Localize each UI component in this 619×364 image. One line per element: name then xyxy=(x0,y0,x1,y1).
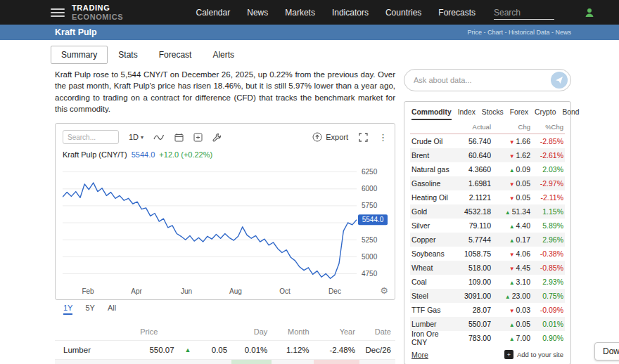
nav-search-input[interactable] xyxy=(494,6,554,20)
add-to-site-button[interactable]: + Add to your site xyxy=(504,350,563,359)
chart-type-icon[interactable] xyxy=(153,133,165,141)
user-icon[interactable] xyxy=(584,7,595,18)
percent-change: -0.38% xyxy=(530,249,563,258)
month-cell: -0.05% xyxy=(272,360,313,364)
change-number: 4.45 xyxy=(516,264,530,272)
chart-settings-gear-icon[interactable]: ⚙ xyxy=(380,285,388,296)
triangle-down-icon: ▼ xyxy=(509,195,515,202)
column-header-actual: Actual xyxy=(456,123,491,131)
current-price-badge-text: 5544.0 xyxy=(362,216,384,224)
tools-icon[interactable] xyxy=(212,133,222,142)
summary-text: Kraft Pulp rose to 5,544 CNY/T on Decemb… xyxy=(55,69,395,115)
chart-current-value: 5544.0 xyxy=(132,150,155,159)
tab-stats[interactable]: Stats xyxy=(108,46,148,64)
market-name-link[interactable]: Silver xyxy=(411,221,456,230)
chart-toolbar-right: Export ⋮ xyxy=(312,132,388,142)
export-label: Export xyxy=(326,133,348,141)
logo-line-2: ECONOMICS xyxy=(72,13,123,22)
market-name-link[interactable]: Crude Oil xyxy=(411,137,456,145)
col-header-month: Month xyxy=(272,323,313,341)
actual-value: 1058.75 xyxy=(456,249,491,258)
market-name-link[interactable]: Heating Oil xyxy=(411,193,456,202)
percent-change: 2.93% xyxy=(530,278,563,286)
right-column: CommodityIndexStocksForexCryptoBond Actu… xyxy=(404,67,571,364)
market-name-link[interactable]: Gasoline xyxy=(411,179,456,188)
ask-data-input[interactable] xyxy=(414,76,551,84)
change-cell: 0.05 xyxy=(197,341,231,360)
market-row-heating-oil: Heating Oil2.1121▼0.05-2.11% xyxy=(410,190,565,204)
triangle-up-icon: ▲ xyxy=(505,209,511,216)
download-button[interactable]: Down xyxy=(594,342,619,360)
interval-label: 1D xyxy=(129,133,139,141)
y-axis-label: 5250 xyxy=(362,236,378,244)
percent-change: -2.85% xyxy=(530,137,563,145)
actual-value: 79.110 xyxy=(456,221,491,230)
more-link[interactable]: More xyxy=(411,351,428,359)
market-row-gasoline: Gasoline1.6981▼0.05-2.97% xyxy=(410,176,565,190)
change-value: ▲0.17 xyxy=(491,235,530,244)
main-content: Kraft Pulp rose to 5,544 CNY/T on Decemb… xyxy=(0,63,619,364)
calendar-icon[interactable] xyxy=(174,133,184,142)
range-tab-5y[interactable]: 5Y xyxy=(85,304,94,315)
nav-link-forecasts[interactable]: Forecasts xyxy=(438,8,476,18)
market-name-link[interactable]: Steel xyxy=(411,292,456,300)
tab-alerts[interactable]: Alerts xyxy=(202,46,245,64)
send-button[interactable] xyxy=(551,72,568,89)
range-tab-1y[interactable]: 1Y xyxy=(63,304,72,315)
actual-value: 4532.18 xyxy=(456,207,491,216)
triangle-down-icon: ▼ xyxy=(509,153,515,160)
tab-summary[interactable]: Summary xyxy=(51,46,108,64)
commodity-link[interactable]: Palm Oil xyxy=(55,360,120,364)
price-chart[interactable]: 6250600057505250500047505544.0 xyxy=(63,160,388,287)
chart-search-input[interactable] xyxy=(63,130,119,144)
market-name-link[interactable]: Lumber xyxy=(411,320,456,328)
chart-series-name: Kraft Pulp (CNY/T) xyxy=(63,150,127,159)
nav-link-indicators[interactable]: Indicators xyxy=(332,8,369,18)
market-tab-commodity[interactable]: Commodity xyxy=(411,108,452,120)
market-row-iron-ore-cny: Iron Ore CNY783.00▲7.000.90% xyxy=(410,331,565,345)
price-cell: 4,087.00 xyxy=(120,360,179,364)
market-name-link[interactable]: Soybeans xyxy=(411,249,456,258)
market-name-link[interactable]: Natural gas xyxy=(411,165,456,174)
add-indicator-icon[interactable] xyxy=(193,133,203,142)
day-cell: 0.01% xyxy=(231,341,272,360)
breadcrumb[interactable]: Price - Chart - Historical Data - News xyxy=(467,29,571,36)
col-header-price: Price xyxy=(120,323,179,341)
market-name-link[interactable]: Iron Ore CNY xyxy=(411,330,456,346)
change-value: ▼4.45 xyxy=(491,264,530,272)
market-name-link[interactable]: Copper xyxy=(411,235,456,244)
market-tab-stocks[interactable]: Stocks xyxy=(482,108,504,120)
export-button[interactable]: Export xyxy=(312,132,348,142)
related-row-lumber: Lumber550.07▲0.050.01%1.12%-2.48%Dec/26 xyxy=(55,341,395,360)
market-tab-forex[interactable]: Forex xyxy=(510,108,528,120)
nav-link-news[interactable]: News xyxy=(247,8,268,18)
market-tab-index[interactable]: Index xyxy=(458,108,476,120)
market-name-link[interactable]: Gold xyxy=(411,207,456,216)
market-name-link[interactable]: Brent xyxy=(411,151,456,160)
fullscreen-icon[interactable] xyxy=(359,133,368,142)
range-tab-all[interactable]: All xyxy=(108,304,116,315)
market-name-link[interactable]: TTF Gas xyxy=(411,306,456,314)
commodity-link[interactable]: Lumber xyxy=(55,341,120,360)
nav-link-calendar[interactable]: Calendar xyxy=(196,8,231,18)
hamburger-menu-icon[interactable] xyxy=(51,8,65,17)
interval-selector[interactable]: 1D ▾ xyxy=(129,133,143,141)
market-tab-crypto[interactable]: Crypto xyxy=(535,108,556,120)
column-header-chg: %Chg xyxy=(530,123,563,131)
x-tick-aug: Aug xyxy=(229,287,242,295)
market-name-link[interactable]: Coal xyxy=(411,278,456,286)
nav-link-markets[interactable]: Markets xyxy=(285,8,315,18)
percent-change: -0.09% xyxy=(530,306,563,314)
change-value: ▲0.05 xyxy=(491,320,530,328)
market-name-link[interactable]: Wheat xyxy=(411,264,456,272)
market-row-lumber: Lumber550.07▲0.050.01% xyxy=(410,317,565,331)
more-options-icon[interactable]: ⋮ xyxy=(378,133,388,142)
triangle-up-icon: ▲ xyxy=(509,223,515,230)
nav-link-countries[interactable]: Countries xyxy=(385,8,421,18)
y-axis-label: 4750 xyxy=(362,270,378,278)
tab-forecast[interactable]: Forecast xyxy=(148,46,203,64)
market-tab-bond[interactable]: Bond xyxy=(562,108,579,120)
related-table-header: Price Day Month Year Date xyxy=(55,323,395,341)
y-axis-label: 6250 xyxy=(362,168,378,176)
logo[interactable]: TRADING ECONOMICS xyxy=(72,4,123,21)
